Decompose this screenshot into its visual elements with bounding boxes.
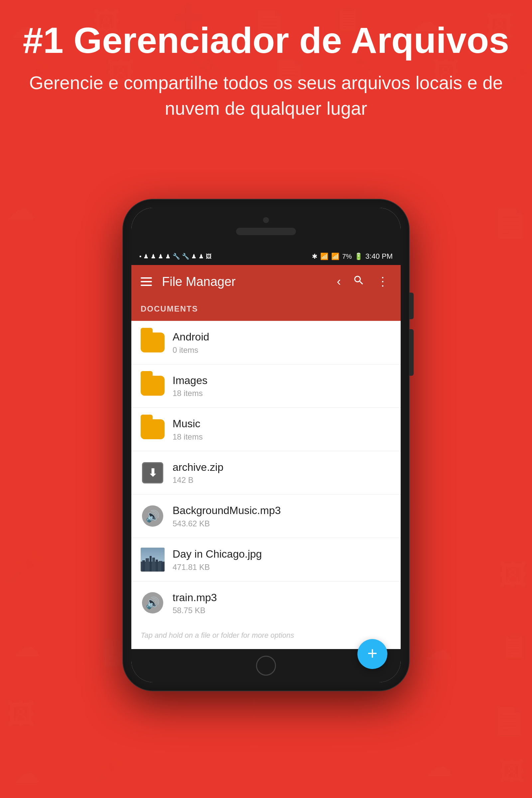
status-icon-9: ♟ (198, 253, 204, 260)
status-icon-5: ♟ (165, 253, 171, 260)
list-item[interactable]: Android 0 items (131, 321, 401, 364)
svg-rect-6 (156, 559, 158, 572)
audio-icon-bg-music: 🔊 (141, 504, 165, 528)
back-button[interactable]: ‹ (334, 272, 343, 291)
status-icon-8: ♟ (191, 253, 196, 260)
speaker (236, 228, 296, 235)
folder-shape (141, 332, 165, 353)
folder-icon-music (141, 417, 165, 441)
overflow-menu-button[interactable]: ⋮ (374, 272, 391, 291)
section-label: DOCUMENTS (131, 298, 401, 321)
folder-icon-android (141, 330, 165, 355)
list-item[interactable]: Day in Chicago.jpg 471.81 KB (131, 538, 401, 582)
audio-symbol: 🔊 (146, 596, 159, 609)
file-meta: 18 items (173, 432, 391, 441)
list-item[interactable]: Images 18 items (131, 364, 401, 408)
file-name: Day in Chicago.jpg (173, 547, 391, 561)
file-info-music: Music 18 items (173, 417, 391, 441)
audio-symbol: 🔊 (146, 509, 159, 523)
file-info-chicago: Day in Chicago.jpg 471.81 KB (173, 547, 391, 572)
file-name: Images (173, 374, 391, 388)
main-title: #1 Gerenciador de Arquivos (20, 20, 512, 60)
phone-mockup: ▪ ♟ ♟ ♟ ♟ 🔧 🔧 ♟ ♟ 🖼 ✱ 📶 📶 7% 🔋 (123, 200, 409, 690)
file-info-archive: archive.zip 142 B (173, 460, 391, 485)
status-icon-4: ♟ (158, 253, 163, 260)
fab-add-button[interactable]: + (358, 639, 387, 669)
file-meta: 543.62 KB (173, 519, 391, 528)
file-meta: 58.75 KB (173, 606, 391, 615)
zip-icon-inner: ⬇ (143, 463, 162, 482)
phone-top-bezel (131, 208, 401, 248)
svg-rect-5 (152, 557, 155, 572)
status-icons: ▪ ♟ ♟ ♟ ♟ 🔧 🔧 ♟ ♟ 🖼 (139, 253, 212, 260)
zip-icon-container: ⬇ (141, 461, 165, 485)
search-button[interactable] (350, 272, 367, 292)
status-icon-2: ♟ (143, 253, 149, 260)
svg-rect-3 (146, 558, 149, 572)
header-section: #1 Gerenciador de Arquivos Gerencie e co… (0, 20, 532, 121)
phone-screen: ▪ ♟ ♟ ♟ ♟ 🔧 🔧 ♟ ♟ 🖼 ✱ 📶 📶 7% 🔋 (131, 208, 401, 682)
subtitle: Gerencie e compartilhe todos os seus arq… (20, 70, 512, 121)
status-icon-6: 🔧 (173, 253, 180, 260)
battery-icon: 🔋 (355, 252, 363, 260)
file-name: Music (173, 417, 391, 431)
hamburger-line-1 (141, 277, 152, 279)
audio-icon-shape: 🔊 (142, 592, 163, 613)
menu-button[interactable] (141, 277, 152, 286)
file-list: Android 0 items Images 18 items (131, 321, 401, 624)
audio-icon-shape: 🔊 (142, 506, 163, 527)
folder-shape (141, 419, 165, 439)
file-info-android: Android 0 items (173, 330, 391, 355)
wifi-icon: 📶 (320, 252, 328, 260)
file-name: BackgroundMusic.mp3 (173, 504, 391, 518)
file-info-images: Images 18 items (173, 374, 391, 398)
bluetooth-icon: ✱ (312, 252, 318, 260)
svg-rect-4 (150, 556, 152, 572)
status-bar: ▪ ♟ ♟ ♟ ♟ 🔧 🔧 ♟ ♟ 🖼 ✱ 📶 📶 7% 🔋 (131, 248, 401, 265)
folder-icon-images (141, 374, 165, 398)
list-item[interactable]: ⬇ archive.zip 142 B (131, 451, 401, 495)
fab-plus-icon: + (367, 645, 377, 662)
app-bar: File Manager ‹ ⋮ (131, 265, 401, 298)
status-icon-3: ♟ (151, 253, 156, 260)
file-meta: 18 items (173, 389, 391, 398)
file-meta: 471.81 KB (173, 563, 391, 572)
status-time: 3:40 PM (365, 252, 393, 261)
phone-outer-shell: ▪ ♟ ♟ ♟ ♟ 🔧 🔧 ♟ ♟ 🖼 ✱ 📶 📶 7% 🔋 (123, 200, 409, 690)
file-name: archive.zip (173, 460, 391, 474)
camera (263, 217, 269, 223)
file-name: Android (173, 330, 391, 344)
home-button[interactable] (256, 656, 276, 676)
section-label-text: DOCUMENTS (141, 304, 198, 313)
status-icon-7: 🔧 (182, 253, 189, 260)
image-icon-chicago (141, 548, 165, 572)
file-meta: 142 B (173, 475, 391, 485)
list-item[interactable]: 🔊 train.mp3 58.75 KB (131, 582, 401, 625)
archive-symbol: ⬇ (148, 467, 157, 479)
file-info-train: train.mp3 58.75 KB (173, 591, 391, 615)
signal-icon: 📶 (331, 252, 340, 260)
file-meta: 0 items (173, 345, 391, 355)
hint-text: Tap and hold on a file or folder for mor… (141, 631, 294, 640)
list-item[interactable]: Music 18 items (131, 407, 401, 451)
status-right: ✱ 📶 📶 7% 🔋 3:40 PM (312, 252, 393, 261)
file-name: train.mp3 (173, 591, 391, 605)
svg-rect-8 (161, 562, 165, 572)
status-icon-10: 🖼 (206, 253, 212, 260)
list-item[interactable]: 🔊 BackgroundMusic.mp3 543.62 KB (131, 494, 401, 538)
status-icon-1: ▪ (139, 253, 141, 260)
audio-icon-train: 🔊 (141, 591, 165, 615)
image-thumbnail (141, 548, 165, 572)
hamburger-line-2 (141, 281, 152, 282)
battery-percentage: 7% (342, 253, 352, 260)
file-info-bg-music: BackgroundMusic.mp3 543.62 KB (173, 504, 391, 528)
app-bar-title: File Manager (162, 274, 327, 289)
hamburger-line-3 (141, 285, 152, 286)
svg-rect-2 (142, 560, 145, 572)
folder-shape (141, 376, 165, 396)
zip-icon: ⬇ (142, 462, 163, 483)
